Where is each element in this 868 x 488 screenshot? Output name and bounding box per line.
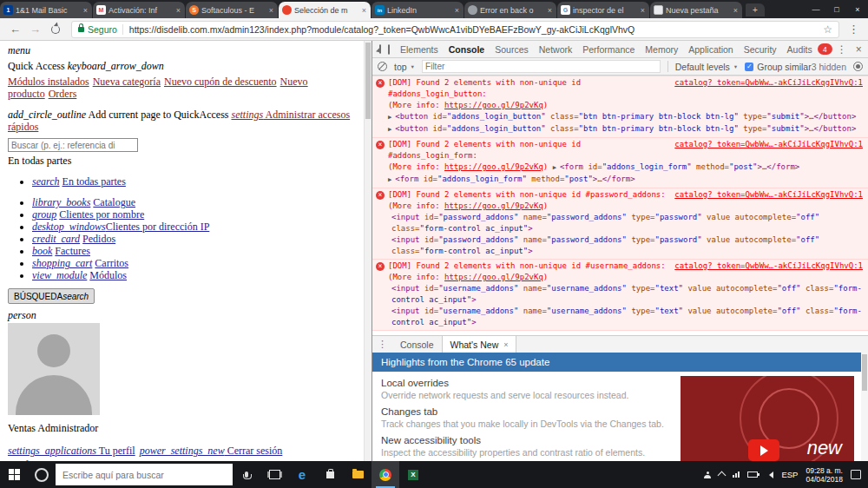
- scope-customers-ip-link[interactable]: desktop_windowsClientes por dirección IP: [32, 221, 209, 233]
- browser-tab-softaculous[interactable]: S Softaculous - E ×: [186, 2, 278, 18]
- tab-elements[interactable]: Elements: [395, 44, 444, 55]
- drawer-tab-console[interactable]: Console: [392, 336, 442, 353]
- tab-close-icon[interactable]: ×: [175, 6, 181, 15]
- tab-performance[interactable]: Performance: [577, 44, 640, 55]
- task-view-button[interactable]: [260, 461, 288, 488]
- drawer-menu-icon[interactable]: ⋮: [378, 339, 387, 350]
- log-levels-selector[interactable]: Default levels ▼: [675, 62, 738, 72]
- scope-customers-name-link[interactable]: groupClientes por nombre: [32, 208, 144, 221]
- tab-close-icon[interactable]: ×: [361, 6, 367, 15]
- link-modulos-instalados[interactable]: Módulos instalados: [8, 76, 89, 88]
- expand-arrow-icon[interactable]: ▶: [388, 114, 391, 121]
- scrollbar-thumb[interactable]: [365, 43, 371, 119]
- browser-tab-newtab[interactable]: Nueva pestaña ×: [650, 2, 742, 18]
- tab-security[interactable]: Security: [739, 44, 782, 55]
- browser-menu-icon[interactable]: ⋮: [848, 23, 859, 36]
- tab-console[interactable]: Console: [444, 44, 490, 55]
- tab-network[interactable]: Network: [534, 44, 578, 55]
- source-link[interactable]: catalog?_token=QwbWw…-akCíJíLcKqgIVhvQ:1: [674, 139, 863, 150]
- browser-tab-active[interactable]: Selección de m ×: [279, 2, 371, 18]
- scrollbar-thumb[interactable]: [862, 354, 867, 391]
- reload-icon[interactable]: [51, 25, 60, 34]
- more-info-link[interactable]: https://goo.gl/9p2vKq: [444, 201, 543, 210]
- quick-access-header[interactable]: Quick Access keyboard_arrow_down: [8, 60, 356, 72]
- notification-center-icon[interactable]: [851, 470, 861, 479]
- source-link[interactable]: catalog?_token=QwbWw…-akCíJíLcKqgIVhvQ:1: [674, 77, 863, 89]
- device-toolbar-icon[interactable]: [388, 44, 390, 55]
- drawer-tab-close-icon[interactable]: ×: [503, 340, 508, 349]
- scope-everywhere-link[interactable]: searchEn todas partes: [32, 175, 126, 188]
- url-text[interactable]: https://disdelib.com.mx/admin123/index.p…: [129, 24, 818, 35]
- more-info-link[interactable]: https://goo.gl/9p2vKq: [444, 273, 543, 281]
- back-icon[interactable]: ←: [10, 23, 21, 35]
- context-selector[interactable]: top ▼: [394, 62, 415, 72]
- scope-catalogue-link[interactable]: library_booksCatalogue: [32, 196, 135, 208]
- element-preview[interactable]: <button id="addons_login_button" class="…: [395, 124, 856, 133]
- clock[interactable]: 09:28 a. m. 04/04/2018: [806, 466, 843, 484]
- add-page-label[interactable]: Add current page to QuickAccess: [86, 109, 231, 121]
- profile-link[interactable]: settings_applications Tu perfil: [8, 445, 135, 457]
- start-button[interactable]: [0, 461, 28, 488]
- people-icon[interactable]: [704, 472, 711, 478]
- more-info-link[interactable]: https://goo.gl/9p2vKq: [444, 101, 543, 109]
- link-nueva-categoria[interactable]: Nueva categoría: [93, 76, 161, 88]
- forward-icon[interactable]: →: [30, 23, 41, 35]
- whats-new-scrollbar[interactable]: [861, 353, 868, 461]
- section-title[interactable]: Changes tab: [381, 406, 667, 417]
- security-label[interactable]: Seguro: [88, 24, 117, 35]
- microphone-button[interactable]: [233, 461, 260, 488]
- element-preview[interactable]: <form id="addons_login_form" method="pos…: [395, 175, 635, 183]
- battery-icon[interactable]: [747, 472, 758, 478]
- section-title[interactable]: Local overrides: [381, 378, 667, 388]
- expand-arrow-icon[interactable]: ▶: [388, 176, 391, 183]
- element-preview[interactable]: <input id="password_addons" name="passwo…: [391, 213, 819, 233]
- tab-audits[interactable]: Audits: [782, 44, 818, 55]
- element-preview[interactable]: <input id="password_addons" name="passwo…: [391, 235, 819, 255]
- address-bar[interactable]: Seguro https://disdelib.com.mx/admin123/…: [71, 21, 839, 38]
- scope-orders-link[interactable]: credit_cardPedidos: [32, 233, 115, 245]
- scope-invoices-link[interactable]: bookFactures: [32, 245, 90, 257]
- network-icon[interactable]: [733, 472, 740, 478]
- scope-carts-link[interactable]: shopping_cartCarritos: [32, 257, 128, 269]
- cortana-button[interactable]: [28, 461, 56, 488]
- element-preview[interactable]: <input id="username_addons" name="userna…: [391, 284, 862, 304]
- language-indicator[interactable]: ESP: [781, 470, 798, 479]
- clear-console-icon[interactable]: [378, 62, 387, 71]
- edge-button[interactable]: e: [288, 461, 316, 488]
- tab-close-icon[interactable]: ×: [268, 6, 274, 15]
- link-nuevo-cupon[interactable]: Nuevo cupón de descuento: [164, 76, 277, 88]
- bookmark-star-icon[interactable]: ☆: [823, 23, 832, 36]
- tab-memory[interactable]: Memory: [640, 44, 683, 55]
- new-tab-button[interactable]: +: [746, 3, 765, 16]
- source-link[interactable]: catalog?_token=QwbWw…-akCíJíLcKqgIVhvQ:1: [674, 189, 863, 201]
- video-thumbnail[interactable]: new: [681, 376, 854, 461]
- link-orders[interactable]: Orders: [49, 88, 77, 100]
- expand-arrow-icon[interactable]: ▶: [388, 126, 391, 133]
- tab-close-icon[interactable]: ×: [82, 6, 89, 15]
- search-button[interactable]: BÚSQUEDAsearch: [8, 288, 95, 304]
- tab-close-icon[interactable]: ×: [454, 6, 460, 15]
- browser-tab-mail[interactable]: 1 1&1 Mail Basic ×: [0, 2, 92, 18]
- browser-tab-linkedin[interactable]: in LinkedIn ×: [372, 2, 464, 18]
- menu-icon-text[interactable]: menu: [8, 44, 356, 56]
- browser-tab-error[interactable]: Error en back o ×: [464, 2, 556, 18]
- store-button[interactable]: [316, 461, 344, 488]
- drawer-tab-whats-new[interactable]: What's New×: [442, 336, 517, 353]
- minimize-button[interactable]: —: [806, 0, 826, 18]
- tab-sources[interactable]: Sources: [490, 44, 534, 55]
- element-preview[interactable]: <button id="addons_login_button" class="…: [395, 112, 856, 121]
- console-filter-input[interactable]: [422, 60, 661, 73]
- console-settings-gear-icon[interactable]: [853, 62, 863, 71]
- devtools-menu-icon[interactable]: ⋮: [837, 44, 847, 55]
- tab-application[interactable]: Application: [683, 44, 738, 55]
- element-preview[interactable]: <input id="username_addons" name="userna…: [391, 307, 862, 326]
- browser-tab-google[interactable]: G inspector de el ×: [557, 2, 649, 18]
- maximize-button[interactable]: □: [826, 0, 847, 18]
- youtube-play-icon[interactable]: [748, 439, 779, 461]
- logout-link[interactable]: power_settings_new Cerrar sesión: [140, 445, 283, 457]
- page-scrollbar[interactable]: [364, 41, 372, 461]
- element-preview[interactable]: <form id="addons_login_form" method="pos…: [560, 162, 799, 171]
- file-explorer-button[interactable]: [344, 461, 372, 488]
- close-window-button[interactable]: ×: [847, 0, 868, 18]
- excel-button[interactable]: X: [399, 461, 427, 488]
